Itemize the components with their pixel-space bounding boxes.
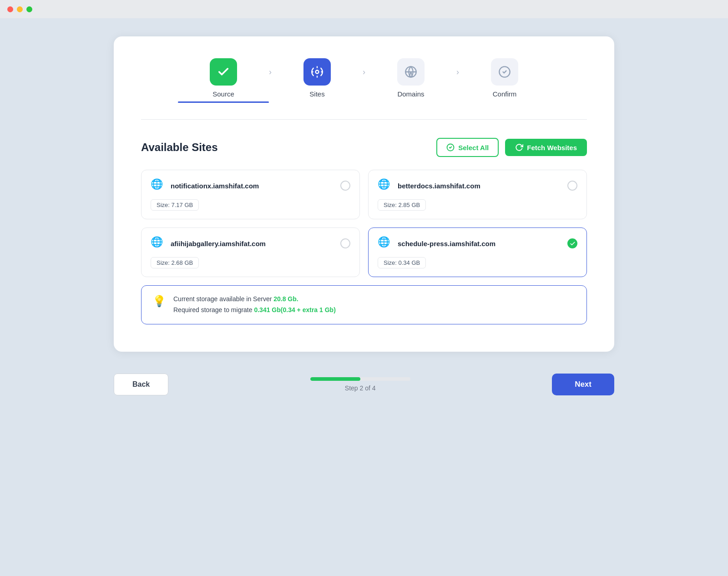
- step-sites-icon: [303, 58, 331, 86]
- back-button[interactable]: Back: [114, 374, 168, 395]
- fetch-websites-button[interactable]: Fetch Websites: [505, 139, 587, 156]
- storage-line2-value: 0.341 Gb(0.34 + extra 1 Gb): [254, 306, 335, 313]
- step-sites-label: Sites: [309, 90, 324, 98]
- globe-icon-1: 🌐: [151, 178, 165, 193]
- step-source-icon: [210, 58, 237, 86]
- step-source: Source: [178, 58, 269, 103]
- globe-icon-4: 🌐: [378, 236, 392, 251]
- globe-icon-2: 🌐: [378, 178, 392, 193]
- next-button[interactable]: Next: [552, 374, 614, 395]
- storage-text: Current storage available in Server 20.8…: [173, 294, 336, 316]
- step-source-label: Source: [212, 90, 234, 98]
- site-size-1: Size: 7.17 GB: [151, 199, 199, 211]
- step-confirm: Confirm: [459, 58, 550, 98]
- progress-section: Step 2 of 4: [310, 377, 410, 392]
- step-progress-label: Step 2 of 4: [345, 384, 376, 392]
- radio-site-3[interactable]: [340, 238, 350, 248]
- radio-site-2[interactable]: [567, 181, 577, 191]
- radio-site-1[interactable]: [340, 181, 350, 191]
- window-chrome: [0, 0, 728, 18]
- header-actions: Select All Fetch Websites: [436, 138, 587, 157]
- site-name-3: afiihijabgallery.iamshifat.com: [171, 240, 266, 248]
- globe-icon-3: 🌐: [151, 236, 165, 251]
- progress-bar-track: [310, 377, 410, 381]
- bottom-nav: Back Step 2 of 4 Next: [114, 374, 614, 395]
- svg-point-0: [316, 71, 319, 74]
- site-size-3: Size: 2.68 GB: [151, 257, 199, 268]
- check-icon: [570, 241, 576, 247]
- site-card-4[interactable]: 🌐 schedule-press.iamshifat.com Size: 0.3…: [368, 227, 587, 277]
- site-size-2: Size: 2.85 GB: [378, 199, 426, 211]
- site-size-4: Size: 0.34 GB: [378, 257, 426, 268]
- site-card-2[interactable]: 🌐 betterdocs.iamshifat.com Size: 2.85 GB: [368, 170, 587, 219]
- sites-grid: 🌐 notificationx.iamshifat.com Size: 7.17…: [141, 170, 587, 277]
- refresh-icon: [515, 143, 523, 152]
- check-all-icon: [446, 143, 455, 152]
- maximize-dot[interactable]: [26, 6, 32, 12]
- step-confirm-label: Confirm: [493, 90, 517, 98]
- storage-info: 💡 Current storage available in Server 20…: [141, 285, 587, 324]
- lightbulb-icon: 💡: [152, 295, 166, 308]
- site-card-3[interactable]: 🌐 afiihijabgallery.iamshifat.com Size: 2…: [141, 227, 360, 277]
- close-dot[interactable]: [7, 6, 13, 12]
- minimize-dot[interactable]: [17, 6, 23, 12]
- storage-line2-prefix: Required storage to migrate: [173, 306, 254, 313]
- select-all-button[interactable]: Select All: [436, 138, 499, 157]
- storage-line1-value: 20.8 Gb.: [273, 295, 298, 303]
- site-name-2: betterdocs.iamshifat.com: [398, 182, 480, 190]
- main-card: Source › Sites ›: [114, 36, 614, 352]
- step-domains-label: Domains: [397, 90, 424, 98]
- section-header: Available Sites Select All Fetch Website…: [141, 138, 587, 157]
- site-card-1[interactable]: 🌐 notificationx.iamshifat.com Size: 7.17…: [141, 170, 360, 219]
- stepper: Source › Sites ›: [141, 58, 587, 103]
- step-domains: Domains: [365, 58, 456, 98]
- storage-line1-prefix: Current storage available in Server: [173, 295, 273, 303]
- site-name-1: notificationx.iamshifat.com: [171, 182, 259, 190]
- progress-bar-fill: [310, 377, 360, 381]
- section-title: Available Sites: [141, 141, 218, 154]
- radio-site-4[interactable]: [567, 238, 577, 248]
- site-name-4: schedule-press.iamshifat.com: [398, 240, 495, 248]
- stepper-divider: [141, 119, 587, 120]
- step-confirm-icon: [491, 58, 518, 86]
- step-sites: Sites: [272, 58, 363, 98]
- step-domains-icon: [397, 58, 425, 86]
